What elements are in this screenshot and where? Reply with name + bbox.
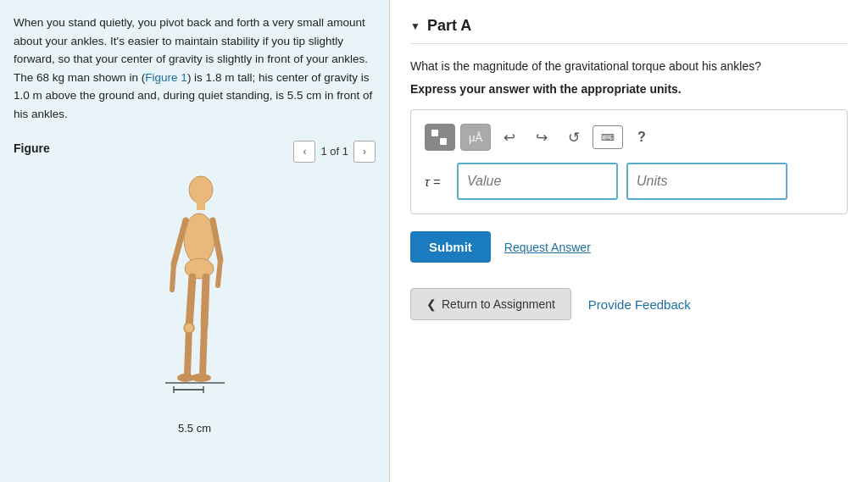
units-input[interactable] (626, 163, 787, 200)
unit-icon-button[interactable]: μÅ (460, 124, 491, 151)
collapse-icon[interactable]: ▼ (410, 20, 420, 32)
figure-illustration (157, 171, 233, 417)
return-to-assignment-button[interactable]: ❮ Return to Assignment (410, 288, 571, 320)
right-panel: ▼ Part A What is the magnitude of the gr… (390, 0, 868, 482)
input-row: τ = (425, 163, 833, 200)
unit-icon-label: μÅ (469, 131, 482, 144)
undo-icon: ↩ (504, 129, 515, 147)
matrix-icon (431, 129, 449, 146)
action-row: Submit Request Answer (410, 231, 848, 263)
svg-line-8 (189, 277, 192, 328)
keyboard-icon: ⌨ (601, 132, 615, 143)
question-text: What is the magnitude of the gravitation… (410, 58, 848, 75)
tau-label: τ = (425, 175, 448, 189)
redo-icon: ↪ (536, 129, 548, 147)
svg-rect-20 (431, 130, 438, 136)
answer-box: μÅ ↩ ↪ ↺ ⌨ ? τ = (410, 109, 848, 214)
svg-rect-1 (197, 202, 205, 210)
left-panel: When you stand quietly, you pivot back a… (0, 0, 390, 482)
keyboard-button[interactable]: ⌨ (593, 125, 623, 149)
return-chevron-icon: ❮ (426, 297, 437, 311)
next-figure-button[interactable]: › (353, 141, 376, 163)
value-input[interactable] (457, 163, 618, 200)
matrix-icon-button[interactable] (425, 124, 455, 151)
svg-line-4 (172, 264, 174, 290)
svg-point-13 (191, 374, 211, 382)
svg-line-11 (204, 277, 206, 326)
return-label: Return to Assignment (442, 297, 555, 311)
prev-figure-button[interactable]: ‹ (293, 141, 315, 163)
svg-point-0 (189, 176, 213, 203)
svg-rect-21 (440, 130, 447, 136)
svg-line-9 (187, 328, 189, 374)
request-answer-button[interactable]: Request Answer (504, 241, 591, 254)
svg-point-14 (184, 323, 194, 333)
help-icon: ? (637, 130, 646, 145)
svg-line-5 (213, 220, 220, 260)
provide-feedback-button[interactable]: Provide Feedback (588, 297, 691, 312)
svg-rect-23 (440, 138, 447, 145)
part-header: ▼ Part A (410, 17, 848, 44)
svg-rect-22 (431, 138, 438, 145)
figure-count: 1 of 1 (320, 145, 348, 158)
help-button[interactable]: ? (628, 124, 655, 151)
figure-nav: ‹ 1 of 1 › (293, 141, 376, 163)
toolbar: μÅ ↩ ↪ ↺ ⌨ ? (425, 124, 833, 151)
redo-button[interactable]: ↪ (528, 124, 555, 151)
problem-text: When you stand quietly, you pivot back a… (14, 14, 376, 124)
figure-label: Figure (14, 141, 50, 155)
express-text: Express your answer with the appropriate… (410, 82, 848, 96)
reset-button[interactable]: ↺ (560, 124, 587, 151)
submit-button[interactable]: Submit (410, 231, 491, 263)
svg-line-6 (218, 260, 220, 285)
svg-line-12 (203, 326, 204, 374)
figure-link[interactable]: Figure 1 (145, 71, 187, 84)
undo-button[interactable]: ↩ (496, 124, 523, 151)
svg-point-2 (184, 213, 214, 264)
reset-icon: ↺ (568, 129, 580, 147)
figure-caption: 5.5 cm (178, 422, 211, 435)
figure-container: 5.5 cm (14, 171, 376, 435)
footer-row: ❮ Return to Assignment Provide Feedback (410, 288, 848, 320)
part-title: Part A (427, 17, 471, 35)
